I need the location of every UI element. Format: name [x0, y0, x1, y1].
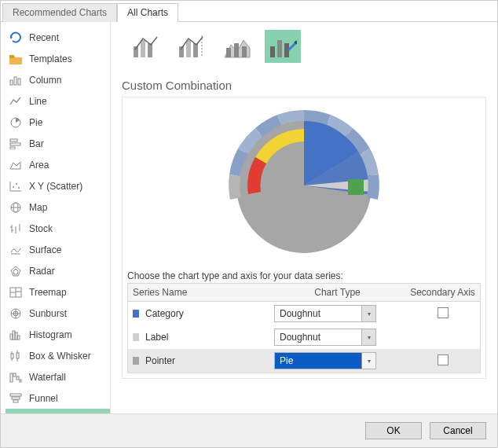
- sidebar-item-label: Treemap: [29, 287, 67, 298]
- header-chart-type: Chart Type: [269, 284, 405, 301]
- cancel-button[interactable]: Cancel: [430, 422, 486, 439]
- svg-rect-45: [10, 394, 21, 396]
- sidebar-item-surface[interactable]: Surface: [5, 239, 110, 260]
- sidebar-item-label: Surface: [29, 244, 61, 255]
- combo-subtype-row: [128, 30, 486, 63]
- sidebar-item-waterfall[interactable]: Waterfall: [5, 366, 110, 387]
- sidebar-item-label: Waterfall: [29, 372, 66, 383]
- chart-preview: [122, 97, 486, 266]
- sidebar-item-recent[interactable]: Recent: [5, 27, 110, 48]
- sidebar-item-label: Funnel: [29, 393, 58, 404]
- sidebar-item-label: Column: [29, 75, 61, 86]
- tab-recommended[interactable]: Recommended Charts: [2, 3, 117, 22]
- svg-rect-6: [10, 143, 20, 145]
- series-name: Category: [145, 308, 184, 319]
- stock-icon: [9, 222, 23, 236]
- sidebar-item-radar[interactable]: Radar: [5, 260, 110, 281]
- series-row-pointer: Pointer Pie▾: [128, 349, 480, 373]
- sidebar-item-sunburst[interactable]: Sunburst: [5, 303, 110, 324]
- svg-rect-34: [17, 336, 20, 340]
- sidebar-item-label: Radar: [29, 266, 55, 277]
- sidebar-item-treemap[interactable]: Treemap: [5, 281, 110, 303]
- scatter-icon: [9, 179, 23, 193]
- svg-rect-60: [242, 46, 247, 57]
- bar-icon: [9, 137, 23, 151]
- sidebar-item-label: Sunburst: [29, 308, 67, 319]
- treemap-icon: [9, 285, 23, 299]
- combo-subtype-1[interactable]: [128, 30, 164, 63]
- sidebar-item-pie[interactable]: Pie: [5, 112, 110, 133]
- funnel-icon: [9, 391, 23, 406]
- sidebar-item-map[interactable]: Map: [5, 196, 110, 218]
- svg-rect-43: [16, 376, 19, 380]
- svg-point-11: [16, 183, 17, 185]
- svg-rect-61: [270, 46, 275, 57]
- sidebar-item-column[interactable]: Column: [5, 69, 110, 90]
- secondary-axis-checkbox-pointer[interactable]: [438, 354, 449, 365]
- sidebar-item-bar[interactable]: Bar: [5, 133, 110, 154]
- templates-icon: [9, 52, 23, 66]
- sidebar-item-label: Line: [29, 96, 47, 107]
- chart-type-dropdown-pointer[interactable]: Pie▾: [274, 352, 376, 369]
- svg-rect-35: [11, 354, 13, 358]
- sidebar-item-label: Recent: [29, 32, 59, 43]
- ok-button[interactable]: OK: [365, 422, 422, 439]
- svg-rect-1: [10, 80, 13, 85]
- map-icon: [9, 200, 23, 215]
- svg-rect-2: [14, 77, 16, 85]
- sidebar-item-label: Area: [29, 160, 49, 171]
- insert-chart-dialog: Recommended Charts All Charts Recent Tem…: [0, 0, 498, 448]
- sidebar-item-funnel[interactable]: Funnel: [5, 387, 110, 409]
- svg-rect-42: [13, 373, 16, 376]
- svg-rect-5: [10, 139, 17, 141]
- sidebar-item-label: Map: [29, 202, 47, 213]
- box-whisker-icon: [9, 349, 23, 363]
- combo-subtype-3[interactable]: [219, 30, 255, 63]
- sidebar-item-area[interactable]: Area: [5, 154, 110, 175]
- chart-type-dropdown-category[interactable]: Doughnut▾: [274, 305, 376, 322]
- combo-subtype-2[interactable]: [174, 30, 210, 63]
- sidebar-item-box-whisker[interactable]: Box & Whisker: [5, 345, 110, 366]
- combo-subtype-custom[interactable]: [265, 30, 301, 63]
- svg-rect-46: [12, 397, 20, 399]
- svg-rect-47: [13, 400, 18, 402]
- sidebar-item-stock[interactable]: Stock: [5, 218, 110, 239]
- sidebar-item-scatter[interactable]: X Y (Scatter): [5, 175, 110, 196]
- line-icon: [9, 94, 23, 108]
- chevron-down-icon: ▾: [361, 353, 375, 369]
- radar-icon: [9, 264, 23, 278]
- svg-rect-44: [20, 380, 21, 382]
- series-swatch: [133, 310, 139, 318]
- histogram-icon: [9, 328, 23, 342]
- series-name: Pointer: [145, 355, 175, 366]
- svg-rect-56: [193, 43, 198, 57]
- svg-rect-53: [148, 43, 152, 57]
- sidebar-item-histogram[interactable]: Histogram: [5, 324, 110, 345]
- svg-marker-22: [13, 269, 18, 274]
- sidebar-item-label: Histogram: [29, 329, 72, 340]
- svg-rect-55: [186, 40, 191, 57]
- secondary-axis-checkbox-category[interactable]: [438, 307, 449, 318]
- chevron-down-icon: ▾: [361, 329, 375, 345]
- sidebar-item-label: Templates: [29, 53, 72, 64]
- sidebar-item-label: Bar: [29, 138, 44, 149]
- chart-type-dropdown-label[interactable]: Doughnut▾: [274, 329, 376, 346]
- subtype-title: Custom Combination: [122, 79, 486, 92]
- svg-rect-0: [9, 55, 14, 58]
- sidebar-item-line[interactable]: Line: [5, 90, 110, 112]
- sidebar-item-templates[interactable]: Templates: [5, 48, 110, 69]
- chart-type-sidebar: Recent Templates Column Line Pie Bar: [1, 22, 111, 413]
- svg-rect-52: [141, 40, 145, 57]
- waterfall-icon: [9, 370, 23, 384]
- tab-all-charts[interactable]: All Charts: [117, 3, 178, 22]
- header-secondary-axis: Secondary Axis: [405, 284, 480, 301]
- series-swatch: [133, 333, 139, 341]
- svg-rect-58: [226, 48, 231, 57]
- chevron-down-icon: ▾: [361, 306, 375, 321]
- svg-rect-66: [348, 179, 364, 195]
- main-panel: Custom Combination: [111, 22, 497, 413]
- series-row-label: Label Doughnut▾: [128, 325, 480, 349]
- svg-rect-62: [277, 40, 282, 57]
- svg-rect-59: [234, 43, 239, 57]
- sidebar-item-label: Stock: [29, 223, 53, 234]
